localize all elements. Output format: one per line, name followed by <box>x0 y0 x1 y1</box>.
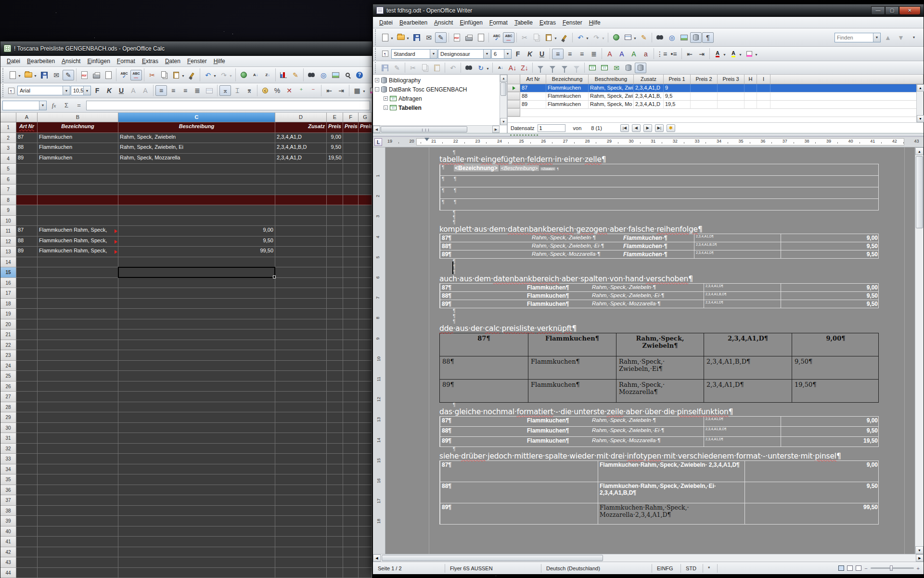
paste-icon[interactable]: ▼ <box>543 32 554 43</box>
cell-B17[interactable] <box>38 288 118 299</box>
single-page-view-icon[interactable] <box>838 565 844 571</box>
grid-cell[interactable] <box>744 84 757 92</box>
cell-G44[interactable] <box>359 568 372 578</box>
cell-C36[interactable] <box>118 485 275 496</box>
add-decimal-icon[interactable]: ⁺ <box>295 85 307 96</box>
row-header-3[interactable]: 3 <box>0 143 16 154</box>
status-page[interactable]: Seite 1 / 2 <box>373 564 445 573</box>
mail-merge-field[interactable]: <Zusatz> <box>540 167 555 171</box>
calc-formula-bar[interactable]: ▼ fx Σ = <box>0 98 372 113</box>
cell-F18[interactable] <box>343 299 359 309</box>
cell-D6[interactable] <box>275 174 327 185</box>
cell-E19[interactable] <box>327 309 343 319</box>
standard-filter-icon[interactable] <box>559 63 570 73</box>
grid-cell[interactable] <box>744 101 757 108</box>
page-preview-icon[interactable] <box>103 70 114 80</box>
cell-A16[interactable] <box>16 278 38 289</box>
toolbar-grip[interactable] <box>2 84 3 97</box>
cell-A25[interactable] <box>16 371 38 381</box>
cell-D12[interactable] <box>275 236 327 247</box>
cell-F33[interactable] <box>343 454 359 464</box>
cell-D11[interactable] <box>275 226 327 236</box>
cell-C33[interactable] <box>118 454 275 464</box>
explorer-item-bibliography[interactable]: +Bibliography <box>373 76 507 85</box>
cell-G11[interactable] <box>359 226 372 236</box>
explorer-vertical-scrollbar[interactable]: ▲ ▼ <box>500 75 507 125</box>
writer-window[interactable]: test fdhsg.odt - OpenOffice Writer — ▢ ✕… <box>372 4 924 574</box>
cell-A35[interactable] <box>16 474 38 485</box>
cell-C30[interactable] <box>118 423 275 434</box>
sum-icon[interactable]: Σ <box>61 101 72 110</box>
copy-icon[interactable] <box>158 70 170 80</box>
cell-D18[interactable] <box>275 299 327 309</box>
cell-G5[interactable] <box>359 164 372 174</box>
grow-font-icon[interactable]: A <box>604 49 616 59</box>
cell-C11[interactable]: 9,00 <box>118 226 275 236</box>
cell-A24[interactable] <box>16 361 38 371</box>
grid-cell[interactable]: Flammkuchen <box>546 101 589 108</box>
percent-icon[interactable]: % <box>271 85 283 96</box>
uppercase-icon[interactable]: A <box>628 49 640 59</box>
cell-E22[interactable] <box>327 340 343 351</box>
open-icon[interactable]: ▼ <box>395 32 407 43</box>
menu-daten[interactable]: Daten <box>162 56 184 66</box>
document-horizontal-scrollbar[interactable]: ◀ ▶ <box>373 554 924 562</box>
row-header-40[interactable]: 40 <box>0 526 16 537</box>
mail-merge-icon[interactable]: ✉ <box>611 63 622 73</box>
cell-C13[interactable]: 99,50 <box>118 247 275 257</box>
menu-format[interactable]: Format <box>114 56 139 66</box>
cell-E40[interactable] <box>327 526 343 537</box>
cell-D20[interactable] <box>275 319 327 330</box>
status-pagestyle[interactable]: Flyer 6S AUSSEN <box>445 564 541 573</box>
grid-cell[interactable]: 89 <box>520 101 546 108</box>
writer-menubar[interactable]: DateiBearbeitenAnsichtEinfügenFormatTabe… <box>373 17 924 28</box>
row-header-42[interactable]: 42 <box>0 547 16 558</box>
cell-E33[interactable] <box>327 454 343 464</box>
cell-G39[interactable] <box>359 516 372 526</box>
edit-data-icon[interactable]: ✎ <box>391 63 403 73</box>
cell-G40[interactable] <box>359 526 372 537</box>
italic-icon[interactable]: K <box>524 49 536 59</box>
cell-E18[interactable] <box>327 299 343 309</box>
data-source-doc-icon[interactable] <box>623 63 634 73</box>
collapse-icon[interactable]: - <box>375 87 379 92</box>
italic-icon[interactable]: K <box>103 85 115 96</box>
undo-icon[interactable]: ↶▼ <box>202 70 214 80</box>
borders-icon[interactable]: ▦▼ <box>351 85 363 96</box>
cell-C10[interactable] <box>118 216 275 226</box>
cell-A10[interactable] <box>16 216 38 226</box>
column-header-G[interactable]: G <box>359 113 372 122</box>
cell-G24[interactable] <box>359 361 372 371</box>
cell-F31[interactable] <box>343 433 359 444</box>
first-record-icon[interactable]: |◀ <box>620 124 629 132</box>
redo-icon[interactable]: ↷▼ <box>218 70 230 80</box>
grid-column-bezeichnung[interactable]: Bezeichnung <box>546 75 589 84</box>
cell-G27[interactable] <box>359 392 372 402</box>
menu-datei[interactable]: Datei <box>376 18 396 27</box>
cell-B9[interactable] <box>38 205 118 216</box>
cell-D27[interactable] <box>275 392 327 402</box>
cell-E24[interactable] <box>327 361 343 371</box>
cell-B10[interactable] <box>38 216 118 226</box>
cell-F8[interactable] <box>343 195 359 206</box>
row-header-14[interactable]: 14 <box>0 257 16 268</box>
find-input[interactable]: Finden▼ <box>834 33 881 42</box>
cell-A3[interactable]: 88 <box>16 143 38 154</box>
corner-select-all[interactable] <box>0 113 16 122</box>
cell-B25[interactable] <box>38 371 118 381</box>
underline-icon[interactable]: U <box>536 49 548 59</box>
edit-mode-icon[interactable]: ✎ <box>63 70 74 80</box>
grid-cell[interactable]: 9 <box>664 84 691 92</box>
cell-F38[interactable] <box>343 506 359 516</box>
cell-B36[interactable] <box>38 485 118 496</box>
vertical-ruler[interactable]: 123456789101112131415161718 <box>373 147 385 554</box>
row-header-34[interactable]: 34 <box>0 464 16 475</box>
multi-page-view-icon[interactable] <box>847 565 853 571</box>
cell-E5[interactable] <box>327 164 343 174</box>
cell-G37[interactable] <box>359 495 372 506</box>
grid-cell[interactable] <box>691 84 718 92</box>
cell-B6[interactable] <box>38 174 118 185</box>
cell-A38[interactable] <box>16 506 38 516</box>
navigator-icon[interactable]: ◎ <box>666 32 678 43</box>
row-header-23[interactable]: 23 <box>0 350 16 361</box>
